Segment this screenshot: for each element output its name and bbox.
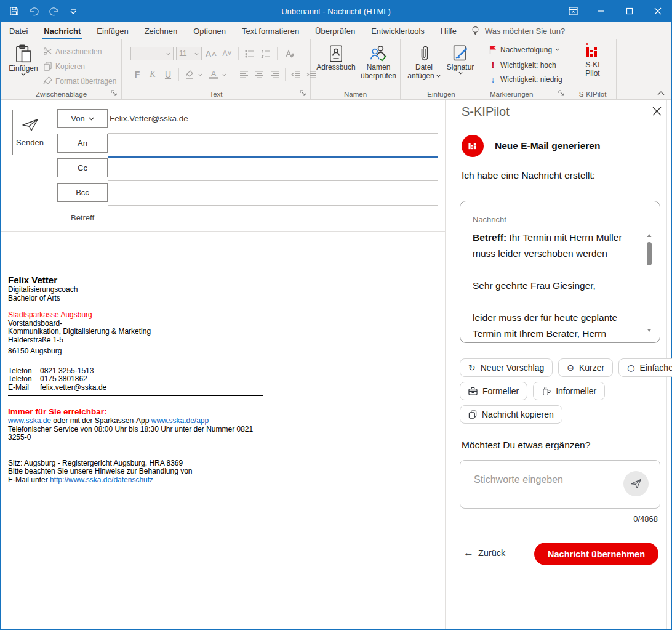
minimize-icon[interactable] xyxy=(587,0,615,22)
font-color-icon[interactable]: A xyxy=(207,68,220,81)
ribbon: Einfügen Ausschneiden Kopieren xyxy=(1,39,671,100)
decrease-indent-icon[interactable] xyxy=(289,68,303,81)
italic-icon[interactable]: K xyxy=(146,68,159,81)
check-names-button[interactable]: Namen überprüfen xyxy=(359,44,398,80)
from-value[interactable]: Felix.Vetter@sska.de xyxy=(110,114,188,123)
attach-file-button[interactable]: Datei anfügen xyxy=(408,44,440,80)
header-body-divider xyxy=(1,231,445,232)
ask-label: Möchtest Du etwas ergänzen? xyxy=(462,440,590,451)
link-datenschutz[interactable]: http://www.sska.de/datenschutz xyxy=(50,475,153,484)
new-suggestion-button[interactable]: ↻ Neuer Vorschlag xyxy=(460,358,553,377)
tab-zeichnen[interactable]: Zeichnen xyxy=(137,22,185,39)
subject-label: Betreff xyxy=(57,213,108,222)
from-button[interactable]: Von xyxy=(57,109,108,128)
undo-icon[interactable] xyxy=(28,6,39,17)
bullets-icon[interactable] xyxy=(243,47,257,60)
to-button[interactable]: An xyxy=(57,134,108,153)
bcc-button[interactable]: Bcc xyxy=(57,183,108,202)
cc-button[interactable]: Cc xyxy=(57,158,108,177)
align-center-icon[interactable] xyxy=(252,68,266,81)
address-book-button[interactable]: Adressbuch xyxy=(316,44,356,71)
tags-dialog-launcher-icon[interactable] xyxy=(558,90,566,97)
text-dialog-launcher-icon[interactable] xyxy=(300,90,307,97)
scroll-up-icon[interactable] xyxy=(647,233,652,238)
ribbon-display-options-icon[interactable] xyxy=(559,0,587,22)
bold-icon[interactable]: F xyxy=(130,68,144,81)
grow-font-icon[interactable]: A˄ xyxy=(204,47,218,60)
clear-formatting-icon[interactable] xyxy=(282,47,295,60)
send-button[interactable]: Senden xyxy=(12,110,47,155)
simpler-button[interactable]: ○ Einfacher xyxy=(618,358,672,377)
action-row-2: Formeller Informeller xyxy=(460,382,605,400)
message-scrollbar[interactable] xyxy=(646,233,653,333)
action-row-1: ↻ Neuer Vorschlag ⊖ Kürzer ○ Einfacher xyxy=(460,358,672,377)
signature-reach-title: Immer für Sie erreichbar: xyxy=(8,407,273,417)
link-sska-app[interactable]: www.sska.de/app xyxy=(151,416,209,425)
chevron-down-icon[interactable] xyxy=(198,73,202,76)
tell-me-search[interactable]: Was möchten Sie tun? xyxy=(465,22,565,39)
send-plane-icon xyxy=(21,118,39,132)
skipilot-button[interactable]: S-KI Pilot xyxy=(578,43,607,78)
adopt-message-button[interactable]: Nachricht übernehmen xyxy=(534,543,658,565)
tab-text-formatieren[interactable]: Text formatieren xyxy=(234,22,307,39)
close-window-icon[interactable] xyxy=(644,0,672,22)
cut-button[interactable]: Ausschneiden xyxy=(43,47,102,56)
submit-keywords-button[interactable] xyxy=(623,471,649,496)
scrollbar-thumb[interactable] xyxy=(647,242,652,265)
collapse-ribbon-icon[interactable] xyxy=(657,91,665,95)
link-sska[interactable]: www.sska.de xyxy=(8,416,51,425)
address-book-icon xyxy=(327,44,345,63)
copy-message-button[interactable]: Nachricht kopieren xyxy=(460,405,562,424)
to-field[interactable] xyxy=(110,135,436,156)
generated-message-text[interactable]: Betreff: Ihr Termin mit Herrn Müller mus… xyxy=(473,230,628,358)
highlight-color-icon[interactable] xyxy=(183,68,196,81)
numbering-icon[interactable] xyxy=(259,47,273,60)
shrink-font-icon[interactable]: A˅ xyxy=(220,47,234,60)
chevron-down-icon[interactable] xyxy=(222,73,226,76)
panel-intro: Ich habe eine Nachricht erstellt: xyxy=(462,170,595,181)
group-tags: Nachverfolgung ! Wichtigkeit: hoch ↓ Wic… xyxy=(482,39,569,100)
tab-ueberpruefen[interactable]: Überprüfen xyxy=(307,22,363,39)
arrow-left-icon: ← xyxy=(463,547,474,559)
font-name-combobox[interactable] xyxy=(130,47,174,60)
back-link[interactable]: ← Zurück xyxy=(463,547,505,559)
redo-icon[interactable] xyxy=(48,6,59,17)
scissors-icon xyxy=(43,47,52,56)
tab-hilfe[interactable]: Hilfe xyxy=(433,22,465,39)
more-informal-button[interactable]: Informeller xyxy=(533,382,605,400)
save-icon[interactable] xyxy=(9,6,20,17)
follow-up-button[interactable]: Nachverfolgung xyxy=(489,45,559,54)
keywords-input[interactable] xyxy=(474,474,609,485)
align-left-icon[interactable] xyxy=(237,68,250,81)
scroll-down-icon[interactable] xyxy=(647,328,652,333)
tab-optionen[interactable]: Optionen xyxy=(185,22,234,39)
tab-entwicklertools[interactable]: Entwicklertools xyxy=(363,22,433,39)
font-size-combobox[interactable]: 11 xyxy=(176,47,202,60)
group-names: Adressbuch Namen überprüfen Namen xyxy=(311,39,401,100)
close-panel-icon[interactable] xyxy=(652,107,663,118)
tab-nachricht[interactable]: Nachricht xyxy=(36,22,89,39)
tab-datei[interactable]: Datei xyxy=(1,22,36,39)
check-names-icon xyxy=(369,44,388,63)
maximize-icon[interactable] xyxy=(615,0,644,22)
subject-field[interactable] xyxy=(110,209,436,229)
email-body[interactable]: Felix Vetter Digitalisierungscoach Bache… xyxy=(8,275,273,484)
shorter-button[interactable]: ⊖ Kürzer xyxy=(558,358,613,377)
signature-button[interactable]: Signatur xyxy=(442,44,478,75)
clipboard-dialog-launcher-icon[interactable] xyxy=(111,90,118,97)
importance-high-button[interactable]: ! Wichtigkeit: hoch xyxy=(489,60,556,70)
format-painter-button[interactable]: Format übertragen xyxy=(43,76,116,86)
importance-low-button[interactable]: ↓ Wichtigkeit: niedrig xyxy=(489,75,562,84)
bcc-field[interactable] xyxy=(110,184,436,204)
ski-pilot-logo-icon xyxy=(585,43,601,60)
paste-button[interactable]: Einfügen xyxy=(9,44,38,76)
more-formal-button[interactable]: Formeller xyxy=(460,382,527,400)
tab-einfuegen[interactable]: Einfügen xyxy=(89,22,136,39)
cc-field[interactable] xyxy=(110,160,436,180)
underline-icon[interactable]: U xyxy=(161,68,175,81)
group-skipilot: S-KI Pilot S-KIPilot xyxy=(569,39,617,100)
customize-quick-access-icon[interactable] xyxy=(68,6,79,17)
outlook-message-window: Unbenannt - Nachricht (HTML) Datei Nachr… xyxy=(0,0,672,630)
copy-button[interactable]: Kopieren xyxy=(43,62,85,71)
align-right-icon[interactable] xyxy=(268,68,281,81)
